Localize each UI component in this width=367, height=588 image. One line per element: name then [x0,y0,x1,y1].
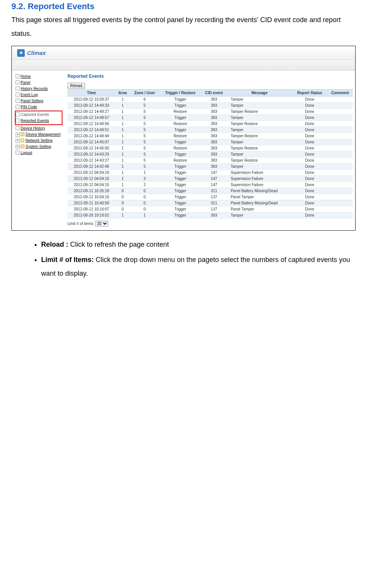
sidebar-item-label: Logout [21,151,32,155]
note-item: Reload : Click to refresh the page conte… [41,238,356,251]
table-cell: 2012-09-12 14:48:51 [67,127,115,133]
sidebar-item[interactable]: Event Log [16,92,63,98]
table-cell [327,109,353,115]
sidebar-item-label: PIN Code [21,105,37,109]
table-row: 2012-09-12 04:04:1611Trigger147Supervisi… [67,170,353,176]
limit-select[interactable]: 20 [95,221,108,227]
table-cell: Done [292,194,327,200]
table-cell: 383 [201,96,227,103]
table-cell: 311 [201,188,227,194]
sidebar-item[interactable]: PIN Code [16,104,63,110]
table-cell: 147 [201,182,227,188]
table-cell: Done [292,115,327,121]
table-cell: 2012-09-12 14:43:27 [67,157,115,164]
limit-label: Limit # of items: [67,222,94,226]
sidebar-item[interactable]: Reported Events [16,118,62,124]
table-cell [327,182,353,188]
page-icon [16,93,19,96]
table-cell: 2012-09-12 14:48:56 [67,121,115,127]
main-area: Reported Events Reload TimeAreaZone / Us… [65,71,355,230]
table-cell: Done [292,212,327,218]
table-cell: 2012-09-12 14:49:33 [67,103,115,109]
table-cell: Trigger [160,127,201,133]
table-cell: 2012-09-11 16:04:16 [67,194,115,200]
note-label: Reload : [41,241,68,248]
table-row: 2012-09-12 14:48:4915Restore383Tamper Re… [67,133,353,139]
sidebar-item-label: Network Setting [26,138,53,143]
page-icon [16,151,19,154]
table-cell: Supervision Failure [227,182,292,188]
table-row: 2012-08-28 19:18:0211Trigger383TamperDon… [67,212,353,218]
table-cell: Tamper [227,139,292,145]
table-cell: 2012-09-12 14:49:27 [67,109,115,115]
table-cell [327,170,353,176]
table-cell: 2012-09-12 14:42:46 [67,164,115,170]
table-cell: 2012-09-12 14:45:05 [67,145,115,151]
sidebar-item[interactable]: Panel Setting [16,98,63,104]
sidebar-item-label: Home [21,74,31,79]
sidebar-item-label: History Records [21,87,48,91]
table-cell: Done [292,206,327,212]
table-cell: 137 [201,194,227,200]
table-cell: 5 [130,139,160,145]
table-row: 2012-09-12 14:43:2915Trigger383TamperDon… [67,151,353,157]
table-cell: 2012-09-11 10:40:58 [67,200,115,206]
table-header: Message [227,90,292,96]
sidebar-item[interactable]: System Setting [16,144,63,150]
table-cell: 383 [201,121,227,127]
page-icon [21,145,24,148]
table-cell: 1 [115,133,130,139]
table-cell: 2012-09-11 16:35:18 [67,188,115,194]
sidebar-item[interactable]: Logout [16,150,63,156]
sidebar-item[interactable]: Home [16,74,63,80]
table-row: 2012-09-12 14:49:2715Restore383Tamper Re… [67,109,353,115]
table-cell: 0 [130,200,160,206]
sidebar-item-label: Captured Events [21,112,49,117]
logo: ✦ Climax [17,49,46,57]
reload-button[interactable]: Reload [67,83,85,88]
table-cell: 147 [201,170,227,176]
table-cell: Done [292,200,327,206]
sidebar-highlight: Captured EventsReported Events [15,111,63,125]
table-cell: 1 [115,176,130,182]
page-icon [16,87,19,90]
table-header: Time [67,90,115,96]
table-cell: 383 [201,164,227,170]
table-cell [327,121,353,127]
table-cell: Trigger [160,103,201,109]
table-cell: 0 [115,200,130,206]
sidebar-item[interactable]: Device Management [16,132,63,138]
sidebar-item[interactable]: Panel [16,80,63,86]
logo-icon: ✦ [17,49,25,57]
table-cell: 5 [130,127,160,133]
sidebar-item-label: Device Management [26,132,61,137]
section-title: Reported Events [28,2,95,11]
table-cell: Done [292,133,327,139]
table-cell: Tamper Restore [227,109,292,115]
sidebar-item[interactable]: Device History [16,125,63,132]
table-cell: Done [292,151,327,157]
table-row: 2012-09-12 14:45:0715Trigger383TamperDon… [67,139,353,145]
table-cell: Trigger [160,206,201,212]
sidebar-item[interactable]: Network Setting [16,138,63,144]
table-cell: Tamper [227,103,292,109]
table-cell: 383 [201,151,227,157]
table-cell: 2012-09-11 10:16:07 [67,206,115,212]
table-cell [327,145,353,151]
table-cell: Restore [160,121,201,127]
table-cell: 0 [115,206,130,212]
table-header: Area [115,90,130,96]
table-cell: Restore [160,157,201,164]
table-row: 2012-09-12 14:43:2715Restore383Tamper Re… [67,157,353,164]
sidebar-item[interactable]: History Records [16,86,63,92]
table-cell: Restore [160,133,201,139]
table-cell: 2012-09-12 14:43:29 [67,151,115,157]
table-cell: 1 [115,145,130,151]
sidebar-item-label: System Setting [26,145,51,149]
table-cell: 1 [115,157,130,164]
sidebar-item[interactable]: Captured Events [16,112,62,118]
table-cell: Trigger [160,182,201,188]
table-cell: Tamper [227,164,292,170]
table-header: Zone / User [130,90,160,96]
table-cell: Panel Tamper [227,194,292,200]
